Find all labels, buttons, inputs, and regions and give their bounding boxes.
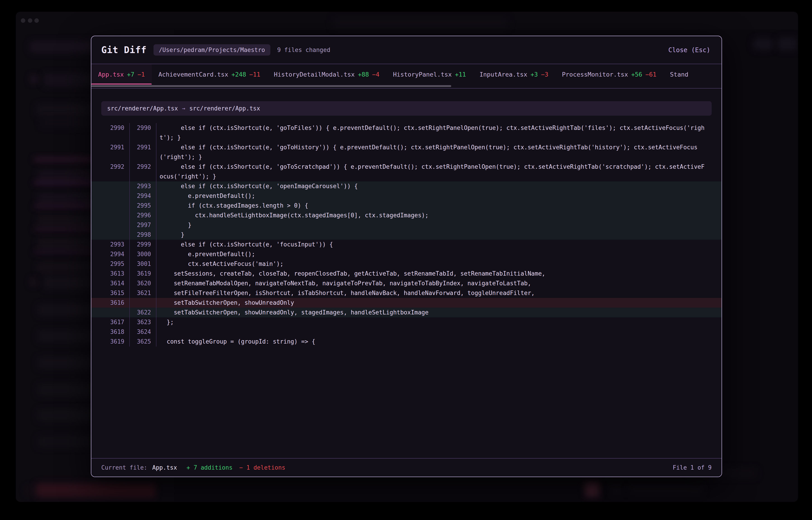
traffic-light-zoom-icon[interactable] bbox=[34, 18, 39, 23]
code-text: else if (ctx.isShortcut(e, 'focusInput')… bbox=[156, 240, 721, 250]
tab-file-name: Stand bbox=[670, 71, 688, 78]
old-line-number: 2994 bbox=[91, 250, 130, 259]
old-line-number: 3618 bbox=[91, 327, 130, 337]
old-line-number: 2991 bbox=[91, 142, 130, 162]
file-path-from: src/renderer/App.tsx bbox=[107, 105, 178, 112]
new-line-number: 3620 bbox=[130, 279, 156, 288]
tab-deletions: −4 bbox=[372, 71, 379, 78]
tab-additions: +56 bbox=[631, 71, 642, 78]
old-line-number: 2992 bbox=[91, 162, 130, 181]
code-text: setSessions, createTab, closeTab, reopen… bbox=[156, 269, 721, 279]
blurred-bottom-text bbox=[629, 485, 703, 495]
blurred-toolbar-button bbox=[753, 38, 773, 50]
files-changed-count: 9 files changed bbox=[277, 47, 330, 53]
diff-row-context: 36133619 setSessions, createTab, closeTa… bbox=[91, 269, 721, 279]
new-line-number: 2994 bbox=[130, 191, 156, 201]
additions-count: + 7 additions bbox=[187, 464, 232, 471]
code-text: e.preventDefault(); bbox=[156, 250, 721, 259]
old-line-number bbox=[91, 220, 130, 230]
new-line-number: 2995 bbox=[130, 201, 156, 210]
tab-stand[interactable]: Stand bbox=[663, 64, 695, 84]
diff-row-context: 36153621 setFileTreeFilterOpen, isShortc… bbox=[91, 288, 721, 298]
tab-app-tsx[interactable]: App.tsx+7−1 bbox=[91, 64, 152, 84]
tab-processmonitor-tsx[interactable]: ProcessMonitor.tsx+56−61 bbox=[555, 64, 663, 84]
traffic-light-close-icon[interactable] bbox=[21, 18, 25, 23]
diff-row-context: 29902990 else if (ctx.isShortcut(e, 'goT… bbox=[91, 123, 721, 142]
new-line-number: 3001 bbox=[130, 259, 156, 269]
blurred-window-title bbox=[332, 18, 509, 29]
code-text: setFileTreeFilterOpen, isShortcut, isTab… bbox=[156, 288, 721, 298]
horizontal-scrollbar-thumb[interactable] bbox=[91, 85, 451, 87]
new-line-number: 3624 bbox=[130, 327, 156, 337]
tab-additions: +7 bbox=[127, 71, 134, 78]
old-line-number bbox=[91, 191, 130, 201]
file-position-indicator: File 1 of 9 bbox=[673, 464, 712, 471]
traffic-light-minimize-icon[interactable] bbox=[28, 18, 32, 23]
tab-file-name: App.tsx bbox=[98, 71, 124, 78]
diff-row-add: 2996 ctx.handleSetLightboxImage(ctx.stag… bbox=[91, 210, 721, 220]
new-line-number: 2999 bbox=[130, 240, 156, 250]
current-file-name: App.tsx bbox=[152, 464, 177, 471]
diff-row-context: 36143620 setRenameTabModalOpen, navigate… bbox=[91, 279, 721, 288]
tab-deletions: −1 bbox=[138, 71, 145, 78]
old-line-number: 2990 bbox=[91, 123, 130, 142]
code-text: } bbox=[156, 230, 721, 240]
blurred-bottom-icon bbox=[25, 486, 35, 496]
blurred-record-button bbox=[36, 483, 155, 497]
diff-row-context: 29922992 else if (ctx.isShortcut(e, 'goT… bbox=[91, 162, 721, 181]
tab-historypanel-tsx[interactable]: HistoryPanel.tsx+11 bbox=[386, 64, 473, 84]
tab-deletions: −11 bbox=[249, 71, 261, 78]
blurred-bottom-text bbox=[610, 485, 623, 495]
old-line-number: 3619 bbox=[91, 337, 130, 346]
diff-row-context: 36183624 bbox=[91, 327, 721, 337]
new-line-number: 3622 bbox=[130, 308, 156, 317]
tab-file-name: HistoryDetailModal.tsx bbox=[274, 71, 355, 78]
code-text: const toggleGroup = (groupId: string) =>… bbox=[156, 337, 721, 346]
tab-additions: +88 bbox=[358, 71, 369, 78]
tab-additions: +3 bbox=[531, 71, 538, 78]
code-text: } bbox=[156, 220, 721, 230]
old-line-number: 2995 bbox=[91, 259, 130, 269]
file-tabs: App.tsx+7−1AchievementCard.tsx+248−11His… bbox=[91, 64, 721, 84]
close-button[interactable]: Close (Esc) bbox=[667, 46, 712, 54]
code-text: else if (ctx.isShortcut(e, 'goToHistory'… bbox=[156, 142, 721, 162]
deletions-count: − 1 deletions bbox=[239, 464, 286, 471]
new-line-number: 2996 bbox=[130, 210, 156, 220]
diff-row-add: 2995 if (ctx.stagedImages.length > 0) { bbox=[91, 201, 721, 210]
new-line-number: 2998 bbox=[130, 230, 156, 240]
new-line-number bbox=[130, 298, 156, 308]
modal-header: Git Diff /Users/pedram/Projects/Maestro … bbox=[91, 36, 721, 64]
old-line-number: 3613 bbox=[91, 269, 130, 279]
new-line-number: 3625 bbox=[130, 337, 156, 346]
blurred-sidebar-icon bbox=[30, 75, 38, 83]
tab-file-name: HistoryPanel.tsx bbox=[393, 71, 452, 78]
new-line-number: 2992 bbox=[130, 162, 156, 181]
code-text: setTabSwitcherOpen, showUnreadOnly, stag… bbox=[156, 308, 721, 317]
tab-achievementcard-tsx[interactable]: AchievementCard.tsx+248−11 bbox=[152, 64, 267, 84]
old-line-number: 3615 bbox=[91, 288, 130, 298]
code-text: ctx.setActiveFocus('main'); bbox=[156, 259, 721, 269]
tab-historydetailmodal-tsx[interactable]: HistoryDetailModal.tsx+88−4 bbox=[267, 64, 386, 84]
tab-file-name: ProcessMonitor.tsx bbox=[562, 71, 628, 78]
diff-row-add: 2994 e.preventDefault(); bbox=[91, 191, 721, 201]
file-path-header: src/renderer/App.tsx → src/renderer/App.… bbox=[101, 101, 712, 116]
diff-row-context: 29943000 e.preventDefault(); bbox=[91, 250, 721, 259]
new-line-number: 2991 bbox=[130, 142, 156, 162]
tab-additions: +248 bbox=[231, 71, 246, 78]
diff-row-context: 29932999 else if (ctx.isShortcut(e, 'foc… bbox=[91, 240, 721, 250]
old-line-number: 2993 bbox=[91, 240, 130, 250]
file-tab-bar: App.tsx+7−1AchievementCard.tsx+248−11His… bbox=[91, 64, 721, 88]
new-line-number: 2997 bbox=[130, 220, 156, 230]
new-line-number: 3623 bbox=[130, 317, 156, 327]
old-line-number bbox=[91, 181, 130, 191]
blurred-sidebar-icon bbox=[30, 278, 38, 286]
code-text: ctx.handleSetLightboxImage(ctx.stagedIma… bbox=[156, 210, 721, 220]
tab-inputarea-tsx[interactable]: InputArea.tsx+3−3 bbox=[473, 64, 555, 84]
code-text: }; bbox=[156, 317, 721, 327]
diff-row-context: 36193625 const toggleGroup = (groupId: s… bbox=[91, 337, 721, 346]
code-text: else if (ctx.isShortcut(e, 'openImageCar… bbox=[156, 181, 721, 191]
old-line-number bbox=[91, 308, 130, 317]
file-path-to: src/renderer/App.tsx bbox=[190, 105, 260, 112]
old-line-number: 3614 bbox=[91, 279, 130, 288]
new-line-number: 3000 bbox=[130, 250, 156, 259]
